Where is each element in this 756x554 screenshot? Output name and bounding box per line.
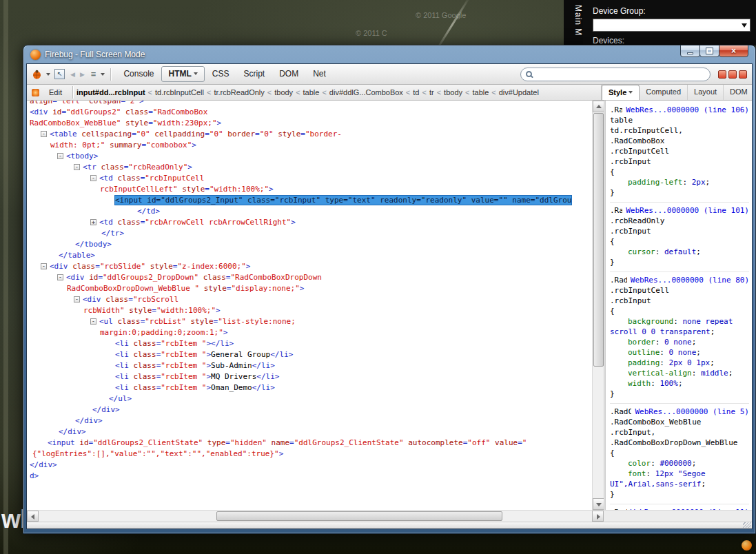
breadcrumb-item[interactable]: input#dd...rcbInput bbox=[76, 88, 145, 96]
search-input[interactable] bbox=[535, 69, 710, 80]
code-line[interactable]: <div id="ddlGroups2" class="RadComboBox bbox=[30, 107, 604, 118]
code-line[interactable]: -<div id="ddlGroups2_DropDown" class="Ra… bbox=[30, 272, 604, 283]
css-selector[interactable]: .RadComboBox bbox=[610, 136, 749, 146]
collapse-icon[interactable]: - bbox=[57, 153, 63, 159]
hscrollbar-thumb[interactable] bbox=[216, 511, 502, 521]
breadcrumb-item[interactable]: td.rcbInputCell bbox=[155, 88, 204, 96]
breadcrumb-item[interactable]: div#Updatel bbox=[499, 88, 539, 96]
css-selector[interactable]: .rcbInput bbox=[610, 156, 749, 167]
maximize-button[interactable] bbox=[699, 45, 719, 57]
css-property[interactable]: cursor: default; bbox=[610, 247, 749, 257]
css-selector[interactable]: td.rcbInputCell, bbox=[610, 125, 749, 136]
breadcrumb-item[interactable]: tbody bbox=[444, 88, 462, 96]
scroll-up-button[interactable] bbox=[593, 101, 604, 112]
code-line[interactable]: </ul> bbox=[30, 393, 604, 404]
breadcrumb-item[interactable]: table bbox=[303, 88, 320, 96]
scroll-right-button[interactable] bbox=[592, 511, 604, 522]
main-menu-vertical-bar[interactable]: Main M bbox=[564, 0, 583, 45]
css-property[interactable]: font: 12px "Segoe UI",Arial,sans-serif; bbox=[610, 469, 749, 489]
css-selector[interactable]: .rcbInputCell bbox=[610, 285, 749, 296]
code-line[interactable]: -<tbody> bbox=[30, 151, 604, 162]
code-line[interactable]: -<table cellspacing="0" cellpadding="0" … bbox=[30, 129, 604, 140]
device-group-select[interactable] bbox=[593, 19, 750, 32]
collapse-icon[interactable]: - bbox=[74, 296, 80, 302]
css-selector[interactable]: table bbox=[610, 115, 749, 125]
source-link[interactable]: WebRes...0000000 (line 11) bbox=[627, 507, 749, 510]
code-line[interactable]: </tr> bbox=[30, 228, 604, 239]
firebug-tray-icon[interactable] bbox=[742, 540, 752, 551]
code-line[interactable]: <li class="rcbItem ">General Group</li> bbox=[30, 349, 604, 360]
horizontal-scrollbar[interactable] bbox=[27, 510, 604, 522]
vertical-scrollbar[interactable] bbox=[592, 101, 604, 510]
vscrollbar-thumb[interactable] bbox=[593, 113, 604, 367]
tab-dom[interactable]: DOM bbox=[272, 66, 305, 82]
css-property[interactable]: padding-left: 2px; bbox=[610, 177, 749, 187]
title-bar[interactable]: Firebug - Full Screen Mode × bbox=[26, 45, 753, 63]
firebug-close-button[interactable] bbox=[739, 70, 747, 79]
edit-button[interactable]: Edit bbox=[42, 87, 69, 98]
side-tab-style[interactable]: Style bbox=[602, 85, 640, 100]
source-link[interactable]: WebRes...0000000 (line 101) bbox=[622, 205, 749, 216]
panel-options-icon[interactable] bbox=[32, 89, 39, 96]
back-icon[interactable]: ◀ bbox=[69, 71, 76, 78]
code-line[interactable]: </table> bbox=[30, 250, 604, 261]
code-line[interactable]: </div> bbox=[30, 404, 604, 416]
collapse-icon[interactable]: - bbox=[41, 263, 47, 269]
collapse-icon[interactable]: - bbox=[41, 131, 47, 137]
code-line[interactable]: RadComboBox_WebBlue" style="width:230px;… bbox=[30, 118, 604, 129]
css-property[interactable]: background: none repeat scroll 0 0 trans… bbox=[610, 316, 749, 337]
source-link[interactable]: WebRes...0000000 (line 106) bbox=[622, 105, 749, 115]
side-tab-layout[interactable]: Layout bbox=[688, 85, 724, 100]
breadcrumb-item[interactable]: tr.rcbReadOnly bbox=[214, 88, 264, 96]
search-box[interactable] bbox=[520, 68, 711, 81]
code-line[interactable]: rcbWidth" style="width:100%;"> bbox=[30, 305, 604, 316]
firebug-minimize-button[interactable] bbox=[718, 70, 726, 79]
code-line[interactable]: {"logEntries":[],"value":"","text":"","e… bbox=[30, 449, 604, 460]
code-line[interactable]: d> bbox=[30, 471, 604, 482]
breadcrumb-item[interactable]: tbody bbox=[274, 88, 293, 96]
code-line[interactable]: -<td class="rcbInputCell bbox=[30, 173, 604, 184]
css-property[interactable]: width: 100%; bbox=[610, 378, 749, 389]
code-line[interactable]: </div> bbox=[30, 460, 604, 471]
code-line[interactable]: -<div class="rcbSlide" style="z-index:60… bbox=[30, 261, 604, 272]
css-selector[interactable]: .rcbInput bbox=[610, 296, 749, 306]
code-line[interactable]: <li class="rcbItem ">MQ Drivers</li> bbox=[30, 371, 604, 382]
code-line[interactable]: <li class="rcbItem "></li> bbox=[30, 338, 604, 349]
tab-console[interactable]: Console bbox=[116, 66, 161, 82]
css-property[interactable]: color: #000000; bbox=[610, 458, 749, 469]
side-tab-computed[interactable]: Computed bbox=[640, 85, 688, 100]
tab-css[interactable]: CSS bbox=[205, 66, 236, 82]
code-line[interactable]: -<ul class="rcbList" style="list-style:n… bbox=[30, 316, 604, 327]
source-link[interactable]: WebRes...0000000 (line 5) bbox=[631, 407, 749, 417]
close-button[interactable]: × bbox=[719, 45, 748, 57]
css-property[interactable]: padding: 2px 0 1px; bbox=[610, 358, 749, 368]
code-line[interactable]: -<tr class="rcbReadOnly"> bbox=[30, 162, 604, 173]
css-selector[interactable]: .rcbInput, bbox=[610, 427, 749, 438]
expand-icon[interactable]: + bbox=[90, 219, 96, 225]
code-line[interactable]: <input id="ddlGroups2_Input" class="rcbI… bbox=[30, 195, 604, 206]
collapse-icon[interactable]: - bbox=[74, 164, 80, 170]
code-line[interactable]: </div> bbox=[30, 427, 604, 438]
breadcrumb-item[interactable]: table bbox=[472, 88, 489, 96]
tab-net[interactable]: Net bbox=[306, 66, 333, 82]
code-line[interactable]: align="left" colspan="2"> bbox=[30, 101, 604, 107]
firebug-menu-icon[interactable] bbox=[32, 70, 42, 79]
code-line[interactable]: </tbody> bbox=[30, 239, 604, 250]
css-property[interactable]: vertical-align: middle; bbox=[610, 368, 749, 378]
code-line[interactable]: <li class="rcbItem ">Sub-Admin</li> bbox=[30, 360, 604, 371]
scroll-down-button[interactable] bbox=[593, 498, 604, 510]
inspect-icon[interactable]: ↖ bbox=[54, 69, 65, 79]
css-selector[interactable]: .rcbInput bbox=[610, 226, 749, 236]
panel-list-icon[interactable]: ≡ bbox=[88, 69, 97, 79]
side-tab-dom[interactable]: DOM bbox=[724, 85, 752, 100]
css-selector[interactable]: .RadComboBoxDropDown_WebBlue bbox=[610, 438, 749, 448]
code-line[interactable]: +<td class="rcbArrowCell rcbArrowCellRig… bbox=[30, 217, 604, 228]
css-selector[interactable]: .rcbInputCell bbox=[610, 146, 749, 156]
resize-grip[interactable] bbox=[743, 522, 751, 528]
code-line[interactable]: RadComboBoxDropDown_WebBlue " style="dis… bbox=[30, 283, 604, 294]
collapse-icon[interactable]: - bbox=[90, 175, 96, 181]
code-line[interactable]: </td> bbox=[30, 206, 604, 217]
source-link[interactable]: WebRes...0000000 (line 80) bbox=[627, 275, 749, 285]
css-property[interactable]: outline: 0 none; bbox=[610, 347, 749, 358]
code-line[interactable]: margin:0;padding:0;zoom:1;"> bbox=[30, 327, 604, 338]
